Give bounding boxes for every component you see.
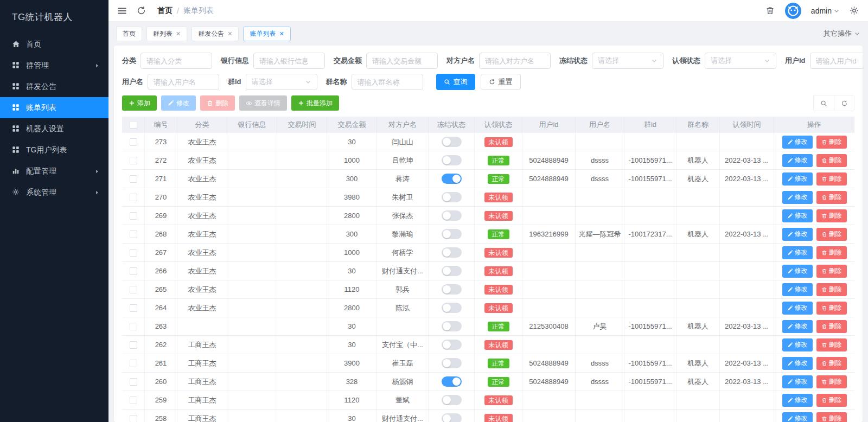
tab-群发公告[interactable]: 群发公告✕ [192,27,239,41]
sidebar-item-group-manage[interactable]: 群管理 [0,55,108,76]
view-detail-button[interactable]: 查看详情 [239,95,287,111]
row-edit-button[interactable]: 修改 [782,320,813,333]
refresh-icon[interactable] [137,6,146,16]
sidebar-item-bill-list[interactable]: 账单列表 [0,97,108,118]
frozen-toggle[interactable] [442,284,462,295]
frozen-toggle[interactable] [442,358,462,368]
row-delete-button[interactable]: 删除 [816,302,847,315]
row-edit-button[interactable]: 修改 [782,283,813,296]
row-delete-button[interactable]: 删除 [816,394,847,407]
frozen-toggle[interactable] [442,247,462,258]
row-edit-button[interactable]: 修改 [782,246,813,259]
row-delete-button[interactable]: 删除 [816,357,847,370]
refresh-table-icon[interactable] [834,95,854,111]
row-checkbox[interactable] [130,415,137,422]
search-icon[interactable] [814,95,834,111]
breadcrumb-home[interactable]: 首页 [157,6,173,16]
row-delete-button[interactable]: 删除 [816,375,847,388]
row-checkbox[interactable] [130,231,137,238]
row-edit-button[interactable]: 修改 [782,357,813,370]
reset-button[interactable]: 重置 [481,74,521,90]
filter-user-id-input[interactable] [810,53,863,69]
row-edit-button[interactable]: 修改 [782,338,813,351]
filter-user-name-input[interactable] [148,74,219,90]
edit-button[interactable]: 修改 [161,95,196,111]
sidebar-item-config-manage[interactable]: 配置管理 [0,161,108,182]
row-edit-button[interactable]: 修改 [782,375,813,388]
filter-bank-info-input[interactable] [253,53,325,69]
row-checkbox[interactable] [130,138,137,146]
add-button[interactable]: 添加 [122,95,157,111]
row-delete-button[interactable]: 删除 [816,283,847,296]
row-delete-button[interactable]: 删除 [816,228,847,241]
row-checkbox[interactable] [130,304,137,312]
sidebar-item-system-manage[interactable]: 系统管理 [0,182,108,203]
close-icon[interactable]: ✕ [227,30,232,37]
delete-button[interactable]: 删除 [200,95,235,111]
frozen-toggle[interactable] [442,321,462,331]
row-delete-button[interactable]: 删除 [816,412,847,422]
frozen-toggle[interactable] [442,229,462,239]
row-checkbox[interactable] [130,267,137,275]
row-checkbox[interactable] [130,286,137,293]
trash-icon[interactable] [765,6,775,16]
tab-群列表[interactable]: 群列表✕ [146,27,187,41]
row-checkbox[interactable] [130,212,137,220]
row-checkbox[interactable] [130,249,137,257]
row-checkbox[interactable] [130,157,137,164]
row-edit-button[interactable]: 修改 [782,302,813,315]
avatar[interactable] [785,3,801,19]
query-button[interactable]: 查询 [436,74,475,90]
row-delete-button[interactable]: 删除 [816,136,847,149]
frozen-toggle[interactable] [442,413,462,422]
row-delete-button[interactable]: 删除 [816,338,847,351]
row-checkbox[interactable] [130,360,137,367]
row-delete-button[interactable]: 删除 [816,191,847,204]
row-edit-button[interactable]: 修改 [782,154,813,167]
row-delete-button[interactable]: 删除 [816,154,847,167]
sidebar-item-group-announce[interactable]: 群发公告 [0,76,108,97]
row-checkbox[interactable] [130,323,137,330]
hamburger-icon[interactable] [117,6,127,16]
select-all-checkbox[interactable] [130,121,137,129]
frozen-toggle[interactable] [442,340,462,350]
sidebar-item-home[interactable]: 首页 [0,34,108,55]
tab-首页[interactable]: 首页 [116,27,142,41]
row-delete-button[interactable]: 删除 [816,246,847,259]
tab-账单列表[interactable]: 账单列表✕ [243,27,290,41]
row-edit-button[interactable]: 修改 [782,136,813,149]
gear-icon[interactable] [850,6,859,16]
frozen-toggle[interactable] [442,266,462,276]
row-edit-button[interactable]: 修改 [782,412,813,422]
row-edit-button[interactable]: 修改 [782,209,813,222]
row-delete-button[interactable]: 删除 [816,209,847,222]
sidebar-item-robot-settings[interactable]: 机器人设置 [0,118,108,139]
frozen-toggle[interactable] [442,192,462,202]
close-icon[interactable]: ✕ [176,30,181,37]
row-checkbox[interactable] [130,397,137,404]
frozen-toggle[interactable] [442,174,462,184]
filter-claim-status-select[interactable]: 请选择 [705,53,776,69]
row-edit-button[interactable]: 修改 [782,265,813,278]
frozen-toggle[interactable] [442,376,462,387]
filter-category-input[interactable] [141,53,212,69]
row-checkbox[interactable] [130,341,137,349]
row-checkbox[interactable] [130,378,137,386]
row-delete-button[interactable]: 删除 [816,172,847,186]
row-delete-button[interactable]: 删除 [816,265,847,278]
frozen-toggle[interactable] [442,155,462,165]
frozen-toggle[interactable] [442,210,462,221]
row-checkbox[interactable] [130,194,137,201]
close-icon[interactable]: ✕ [279,30,284,37]
row-edit-button[interactable]: 修改 [782,394,813,407]
filter-group-id-select[interactable]: 请选择 [246,74,317,90]
sidebar-item-tg-user-list[interactable]: TG用户列表 [0,139,108,161]
frozen-toggle[interactable] [442,303,462,313]
filter-group-name-input[interactable] [352,74,423,90]
row-edit-button[interactable]: 修改 [782,172,813,186]
row-edit-button[interactable]: 修改 [782,228,813,241]
filter-trade-amount-input[interactable] [366,53,438,69]
more-operations-dropdown[interactable]: 其它操作 [824,29,860,39]
batch-add-button[interactable]: 批量添加 [291,95,339,111]
filter-frozen-status-select[interactable]: 请选择 [592,53,663,69]
